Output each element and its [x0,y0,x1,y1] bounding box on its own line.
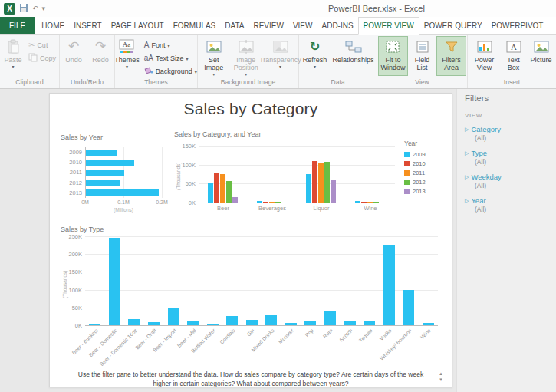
report-title[interactable]: Sales by Category [50,100,452,118]
bar-Liquor-2010[interactable] [312,161,317,203]
bar-Beverages-2009[interactable] [257,201,262,203]
background-button[interactable]: Background ▾ [142,65,199,77]
set-image-button[interactable]: Set Image ▾ [199,36,229,78]
ribbon-tab-home[interactable]: HOME [37,17,69,34]
bar-Beverages-2012[interactable] [275,202,281,203]
bar-Liquor-2009[interactable] [306,174,311,203]
font-button[interactable]: A Font ▾ [142,39,199,51]
bar-2013[interactable] [86,189,159,196]
copy-button[interactable]: Copy [26,52,58,64]
bar-Beer-2012[interactable] [226,181,232,203]
chart-sales-by-type[interactable]: Sales by Type(Thousands)0K50K100K150K200… [59,226,442,368]
text-box-button[interactable]: A Text Box [501,36,527,76]
bar-2012[interactable] [86,180,120,186]
bar-Beer - Mid[interactable] [187,321,199,325]
bar-Liquor-2011[interactable] [318,163,324,203]
text-size-button[interactable]: aA Text Size ▾ [142,52,199,64]
collapsed-arrow-icon[interactable]: ▷ [465,150,469,156]
filter-item-row[interactable]: ▷Weekday [465,173,556,181]
field-list-button[interactable]: Field List [409,36,436,76]
ribbon-tab-power-view[interactable]: POWER VIEW [358,17,419,35]
bar-Pop[interactable] [304,321,316,325]
themes-button[interactable]: Aa Themes ▾ [113,36,141,76]
bar-Bottled Water[interactable] [207,324,219,325]
bar-Vodka[interactable] [383,245,395,325]
undo-button[interactable]: ↶ Undo [61,36,87,76]
redo-button[interactable]: ↷ Redo [87,36,114,76]
bar-Beer-2011[interactable] [220,174,225,203]
filter-item-row[interactable]: ▷Year [465,196,556,205]
refresh-button[interactable]: ↻ Refresh ▾ [300,36,330,76]
image-position-button[interactable]: Image Position ▾ [230,36,262,78]
filter-item-row[interactable]: ▷Type [465,149,556,157]
filter-item-category[interactable]: ▷Category(All) [465,125,556,142]
bar-Beer-2010[interactable] [214,173,219,203]
bar-Monster[interactable] [285,323,297,325]
cut-button[interactable]: ✂ Cut [26,39,58,51]
bar-Wine-2009[interactable] [355,201,360,203]
bar-Beer - Buckets[interactable] [89,324,100,325]
bar-Beer - Domestic 16oz[interactable] [128,319,140,325]
ribbon-tab-powerpivot[interactable]: POWERPIVOT [487,17,548,34]
bar-Beer - Import[interactable] [168,308,179,325]
scroll-up-button[interactable]: ▲ [439,371,443,376]
bar-Beverages-2011[interactable] [269,202,275,203]
bar-Beer-2013[interactable] [232,197,238,203]
ribbon-tab-review[interactable]: REVIEW [248,17,288,34]
power-view-button[interactable]: Power View [469,36,500,76]
filter-item-row[interactable]: ▷Category [465,125,556,133]
report-page[interactable]: Sales by Category Sales by Year200920102… [49,93,452,387]
legend-item-2010[interactable]: 2010 [404,160,426,167]
legend-item-2009[interactable]: 2009 [404,150,426,158]
bar-2010[interactable] [86,160,134,166]
bar-Liquor-2012[interactable] [324,162,330,203]
bar-Whiskey/ Bourbon[interactable] [403,290,414,325]
fit-to-window-button[interactable]: Fit to Window [378,36,408,76]
bar-Wine-2011[interactable] [367,202,373,203]
bar-Tequila[interactable] [364,321,375,325]
relationships-button[interactable]: Relationships [331,36,376,76]
bar-Wine[interactable] [423,323,434,325]
picture-button[interactable]: Picture [528,36,555,76]
collapsed-arrow-icon[interactable]: ▷ [465,127,469,133]
ribbon-tab-add-ins[interactable]: ADD-INS [317,17,357,34]
bar-Mixed Drinks[interactable] [265,315,277,325]
bar-Scotch[interactable] [344,321,356,325]
bar-Wine-2012[interactable] [373,202,379,203]
bar-Rum[interactable] [324,311,336,325]
chart-sales-by-year[interactable]: Sales by Year200920102011201220130M0.1M0… [59,133,174,219]
bar-Liquor-2013[interactable] [331,180,336,203]
report-footer-text[interactable]: Use the filter pane to better understand… [68,370,433,389]
bar-Beer - Domestic[interactable] [109,238,120,325]
paste-button[interactable]: Paste ▾ [1,36,25,76]
collapsed-arrow-icon[interactable]: ▷ [465,174,469,180]
bar-Gin[interactable] [246,320,258,325]
ribbon-tab-view[interactable]: VIEW [288,17,317,34]
legend-item-2013[interactable]: 2013 [404,187,426,195]
ribbon-tab-formulas[interactable]: FORMULAS [169,17,221,34]
qat-undo-icon[interactable]: ↶ [32,5,38,12]
filter-item-year[interactable]: ▷Year(All) [465,196,556,213]
filter-item-type[interactable]: ▷Type(All) [465,149,556,166]
ribbon-tab-insert[interactable]: INSERT [69,17,107,34]
ribbon-tab-file[interactable]: FILE [0,17,35,34]
bar-Wine-2010[interactable] [361,202,367,203]
bar-2009[interactable] [86,150,117,156]
collapsed-arrow-icon[interactable]: ▷ [465,198,469,204]
legend-item-2011[interactable]: 2011 [404,169,426,176]
ribbon-tab-data[interactable]: DATA [220,17,248,34]
ribbon-tab-power-query[interactable]: POWER QUERY [419,17,487,34]
scroll-down-button[interactable]: ▼ [439,377,443,382]
bar-Beer-2009[interactable] [208,183,213,203]
legend-item-2012[interactable]: 2012 [404,178,426,186]
save-icon[interactable] [19,2,28,15]
bar-Beer - Draft[interactable] [148,322,160,325]
filters-area-button[interactable]: Filters Area [436,36,466,76]
transparency-button[interactable]: Transparency ▾ [263,36,298,76]
bar-2011[interactable] [86,170,124,176]
chart-sales-by-category-and-year[interactable]: Sales by Category, and Year(Thousands)0K… [173,130,446,222]
qat-customize-arrow-icon[interactable]: ▾ [42,5,46,12]
bar-Cordials[interactable] [226,316,238,325]
bar-Beverages-2010[interactable] [263,202,268,203]
filter-item-weekday[interactable]: ▷Weekday(All) [465,173,556,189]
